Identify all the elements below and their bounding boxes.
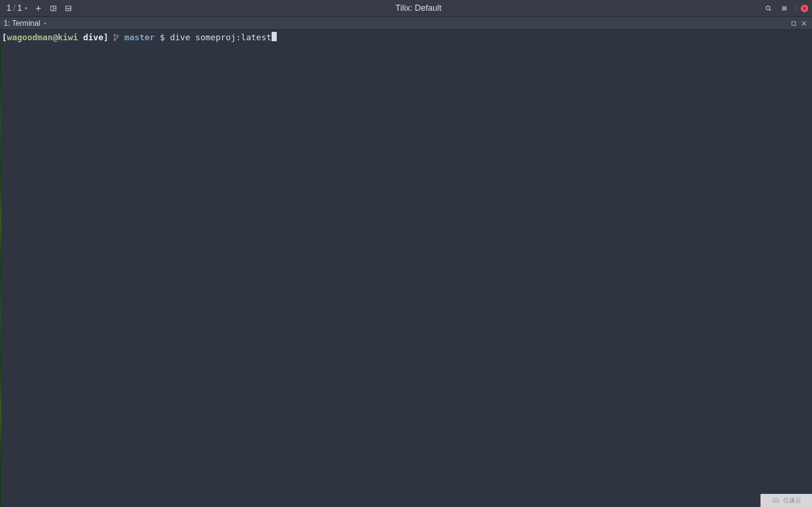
- svg-point-17: [775, 500, 777, 502]
- prompt-command: dive someproj:latest: [170, 32, 272, 43]
- chevron-down-icon: ▾: [44, 21, 46, 26]
- split-down-button[interactable]: [62, 2, 75, 15]
- split-down-icon: [65, 5, 72, 12]
- titlebar-right-controls: [762, 2, 808, 15]
- svg-point-15: [117, 35, 119, 37]
- prompt-dollar: $: [160, 32, 165, 43]
- plus-icon: [35, 5, 42, 12]
- add-terminal-button[interactable]: [32, 2, 45, 15]
- search-icon: [765, 5, 772, 12]
- window-titlebar: 1 / 1 ▾ Tilix: D: [0, 0, 812, 17]
- terminal-content[interactable]: [wagoodman@kiwi dive] master $ dive some…: [0, 30, 812, 44]
- hamburger-icon: [781, 5, 788, 12]
- prompt-at: @: [52, 32, 58, 43]
- titlebar-divider: [796, 5, 796, 12]
- session-separator: /: [13, 3, 15, 13]
- terminal-tab-bar: 1: Terminal ▾: [0, 17, 812, 30]
- menu-button[interactable]: [778, 2, 791, 15]
- search-button[interactable]: [762, 2, 775, 15]
- window-title: Tilix: Default: [75, 3, 762, 13]
- split-right-icon: [50, 5, 57, 12]
- tab-bar-right-controls: [790, 19, 810, 28]
- close-window-button[interactable]: [801, 5, 808, 12]
- svg-point-14: [114, 34, 116, 36]
- session-current: 1: [7, 3, 11, 13]
- svg-rect-13: [792, 22, 796, 25]
- prompt-bracket-close: ]: [103, 32, 109, 43]
- window-left-edge: [0, 28, 1, 507]
- titlebar-left-controls: 1 / 1 ▾: [4, 2, 75, 15]
- git-branch-icon: [113, 32, 119, 43]
- split-right-button[interactable]: [47, 2, 60, 15]
- watermark-text: 亿速云: [783, 496, 801, 505]
- chevron-down-icon: ▾: [25, 6, 27, 11]
- prompt-dir: dive: [78, 32, 103, 43]
- svg-point-16: [114, 39, 116, 41]
- prompt-branch: master: [124, 32, 155, 43]
- session-counter[interactable]: 1 / 1 ▾: [4, 3, 30, 13]
- prompt-bracket-open: [: [2, 32, 7, 43]
- watermark: 亿速云: [760, 494, 812, 507]
- close-icon: [802, 21, 806, 26]
- prompt-host: kiwi: [58, 32, 78, 43]
- prompt-user: wagoodman: [7, 32, 53, 43]
- svg-point-8: [766, 6, 770, 10]
- tab-label-text: 1: Terminal: [4, 19, 40, 28]
- maximize-pane-button[interactable]: [790, 19, 798, 28]
- maximize-icon: [791, 21, 796, 26]
- close-icon: [803, 7, 806, 10]
- prompt-line: [wagoodman@kiwi dive] master $ dive some…: [2, 31, 277, 43]
- terminal-cursor: [272, 32, 277, 41]
- cloud-icon: [772, 497, 781, 504]
- svg-line-9: [769, 9, 771, 11]
- session-total: 1: [17, 3, 22, 13]
- terminal-tab[interactable]: 1: Terminal ▾: [2, 19, 48, 28]
- close-pane-button[interactable]: [800, 19, 808, 28]
